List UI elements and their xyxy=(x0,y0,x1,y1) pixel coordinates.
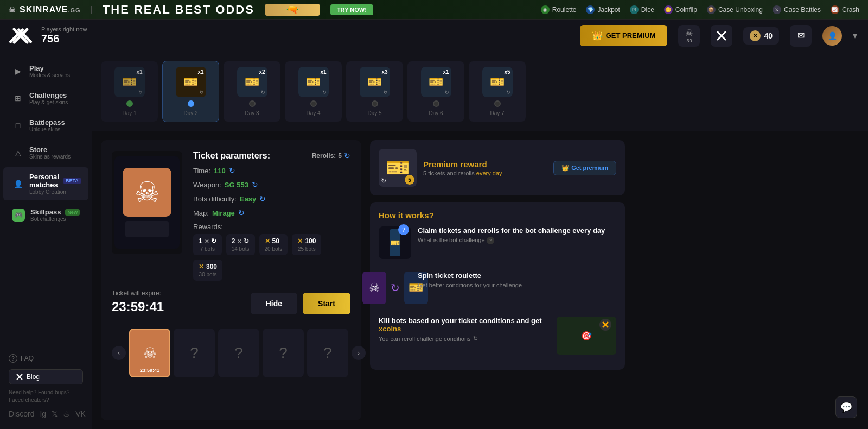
step-2-text: Spin ticket roulette Get better conditio… xyxy=(418,272,616,288)
map-param: Map: Mirage ↻ xyxy=(193,209,350,217)
nav-roulette[interactable]: ◉ Roulette xyxy=(541,5,577,14)
kill-bots-visual: 🎯 xyxy=(557,317,616,355)
premium-badge: 5 xyxy=(405,175,414,185)
map-value: Mirage xyxy=(212,209,235,217)
reroll-button[interactable]: ↻ xyxy=(344,152,350,160)
faq-item[interactable]: ? FAQ xyxy=(9,351,83,366)
step-divider-1 xyxy=(379,266,616,266)
day-2-refresh: ↻ xyxy=(200,90,204,95)
banner-right: ◉ Roulette 💎 Jackpot ⚀ Dice 🪙 Coinflip 📦… xyxy=(541,5,859,14)
blog-button[interactable]: Blog xyxy=(9,369,83,384)
sidebar-item-skillpass[interactable]: 🎮 Skillpass New Bot challenges xyxy=(3,203,88,228)
day-1-dot xyxy=(126,100,133,107)
day-6-dot xyxy=(433,100,439,107)
day-1-refresh: ↻ xyxy=(138,90,143,95)
carousel-ticket-5[interactable]: ? xyxy=(307,329,348,377)
day-2-icon: 🎫 x1 ↻ xyxy=(176,67,206,97)
premium-refresh: ↻ xyxy=(381,177,386,185)
nav-dice[interactable]: ⚀ Dice xyxy=(630,5,654,14)
day-3-ticket[interactable]: 🎫 x2 ↻ Day 3 xyxy=(224,61,280,122)
step-1-text: Claim tickets and rerolls for the bot ch… xyxy=(418,226,616,244)
day-3-refresh: ↻ xyxy=(261,90,265,95)
day-7-ticket[interactable]: 🎫 x5 ↻ Day 7 xyxy=(469,61,526,122)
carousel-right-arrow[interactable]: › xyxy=(352,346,366,360)
sidebar-item-battlepass[interactable]: □ Battlepass Unique skins xyxy=(3,113,88,138)
daily-rewards: 🎫 x1 ↻ Day 1 🎫 x1 ↻ Day 2 xyxy=(92,52,868,131)
personal-icon: 👤 xyxy=(12,178,24,190)
nav-jackpot[interactable]: 💎 Jackpot xyxy=(586,5,620,14)
messages-button[interactable]: ✉ xyxy=(790,25,812,47)
start-button[interactable]: Start xyxy=(303,293,350,314)
skinrave-text: SKINRAVE.GG xyxy=(20,4,81,15)
active-ticket-skull: ☠ xyxy=(143,344,157,362)
get-premium-button[interactable]: 👑 GET PREMIUM xyxy=(580,25,668,46)
header: Players right now 756 👑 GET PREMIUM ☠ 30… xyxy=(0,20,868,52)
nav-case-battles[interactable]: ⚔ Case Battles xyxy=(773,5,821,14)
instagram-icon[interactable]: Ig xyxy=(40,409,46,418)
vk-icon[interactable]: VK xyxy=(75,409,86,418)
battlepass-text: Battlepass Unique skins xyxy=(29,118,65,133)
carousel-ticket-2[interactable]: ? xyxy=(174,329,215,377)
players-info: Players right now 756 xyxy=(41,26,87,45)
carousel-ticket-1[interactable]: ☠ 23:59:41 xyxy=(129,329,170,377)
sidebar-item-personal[interactable]: 👤 Personal matches BETA Lobby Creation xyxy=(3,167,88,200)
step-3-title: Kill bots based on your ticket condition… xyxy=(379,317,550,333)
weapon-reroll-button[interactable]: ↻ xyxy=(252,180,258,189)
sidebar-item-challenges[interactable]: ⊞ Challenges Play & get skins xyxy=(3,86,88,111)
nav-jackpot-label: Jackpot xyxy=(597,6,620,14)
user-avatar[interactable]: 👤 xyxy=(822,26,842,46)
user-dropdown[interactable]: ▾ xyxy=(853,30,857,41)
sidebar-item-play[interactable]: ▶ Play Modes & servers xyxy=(3,59,88,84)
day-1-icon: 🎫 x1 ↻ xyxy=(114,67,145,97)
step-1-icon: 🎫 ? xyxy=(379,226,411,259)
carousel-ticket-3[interactable]: ? xyxy=(218,329,259,377)
roulette-dot: ◉ xyxy=(541,5,550,14)
personal-sub: Lobby Creation xyxy=(29,189,81,195)
step-3: Kill bots based on your ticket condition… xyxy=(379,317,616,355)
ticket-expire: Ticket will expire: 23:59:41 xyxy=(112,289,164,314)
skull-icon: ☠ xyxy=(9,5,16,14)
day-1-ticket[interactable]: 🎫 x1 ↻ Day 1 xyxy=(101,61,158,122)
ticket-area: ☠ Ticket parameters: Rerolls: 5 ↻ xyxy=(92,131,868,429)
nav-case-unboxing[interactable]: 📦 Case Unboxing xyxy=(707,5,763,14)
coins-display[interactable]: ✕ 40 xyxy=(743,27,779,45)
nav-crash[interactable]: 📈 Crash xyxy=(831,5,859,14)
hide-button[interactable]: Hide xyxy=(251,293,297,314)
challenges-text: Challenges Play & get skins xyxy=(29,91,68,105)
steam-icon[interactable]: ♨ xyxy=(63,409,70,418)
day-5-ticket[interactable]: 🎫 x3 ↻ Day 5 xyxy=(346,61,403,122)
bots-value: Easy xyxy=(240,195,256,203)
bots-reroll-button[interactable]: ↻ xyxy=(259,194,266,203)
banner-logo[interactable]: ☠ SKINRAVE.GG xyxy=(9,4,81,15)
x-badge[interactable] xyxy=(711,25,732,47)
battles-dot: ⚔ xyxy=(773,5,781,14)
every-day: every day xyxy=(476,170,502,176)
carousel-ticket-4[interactable]: ? xyxy=(263,329,304,377)
day-4-ticket[interactable]: 🎫 x1 ↻ Day 4 xyxy=(285,61,342,122)
map-reroll-button[interactable]: ↻ xyxy=(238,209,245,217)
expire-time: 23:59:41 xyxy=(112,299,164,314)
time-reroll-button[interactable]: ↻ xyxy=(229,166,235,175)
premium-title: Premium reward xyxy=(423,160,547,169)
logo[interactable] xyxy=(11,26,30,46)
discord-icon[interactable]: Discord xyxy=(9,409,34,418)
timer-badge[interactable]: ☠ 30 xyxy=(678,25,700,47)
step-1-link[interactable]: What is the bot challenge ? xyxy=(418,237,616,244)
get-premium-small-button[interactable]: 👑 Get premium xyxy=(553,161,616,175)
day-2-ticket[interactable]: 🎫 x1 ↻ Day 2 xyxy=(162,61,219,122)
sidebar-item-store[interactable]: △ Store Skins as rewards xyxy=(3,140,88,165)
day-6-ticket[interactable]: 🎫 x1 ↻ Day 6 xyxy=(407,61,464,122)
time-label: Time: xyxy=(193,167,210,175)
nav-crash-label: Crash xyxy=(842,6,859,14)
crown-icon: 👑 xyxy=(592,30,603,41)
step-3-text: Kill bots based on your ticket condition… xyxy=(379,317,550,342)
how-it-works-title: How it works? xyxy=(379,211,616,220)
chat-button[interactable]: 💬 xyxy=(835,396,857,418)
bots-label: Bots difficulty: xyxy=(193,195,237,203)
carousel-left-arrow[interactable]: ‹ xyxy=(112,346,126,360)
skillpass-sub: Bot challenges xyxy=(30,216,80,222)
twitter-icon[interactable]: 𝕏 xyxy=(52,409,58,418)
step-2-icon: ☠ ↻ 🎫 xyxy=(379,272,411,304)
try-now-button[interactable]: TRY NOW! xyxy=(330,4,373,15)
nav-coinflip[interactable]: 🪙 Coinflip xyxy=(664,5,697,14)
